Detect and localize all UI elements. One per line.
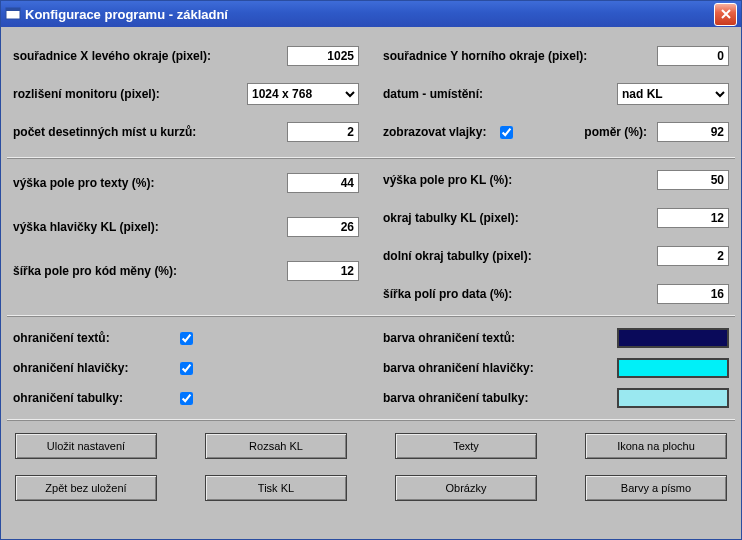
section-basic: souřadnice X levého okraje (pixel): rozl… <box>7 31 735 158</box>
border-texts-checkbox[interactable] <box>180 332 193 345</box>
colors-fonts-button[interactable]: Barvy a písmo <box>585 475 727 501</box>
color-header-label: barva ohraničení hlavičky: <box>383 361 617 375</box>
show-flags-checkbox[interactable] <box>500 126 513 139</box>
kl-header-height-input[interactable] <box>287 217 359 237</box>
color-table-swatch[interactable] <box>617 388 729 408</box>
print-button[interactable]: Tisk KL <box>205 475 347 501</box>
images-button[interactable]: Obrázky <box>395 475 537 501</box>
color-texts-label: barva ohraničení textů: <box>383 331 617 345</box>
text-height-label: výška pole pro texty (%): <box>13 176 287 190</box>
app-icon <box>5 6 21 22</box>
kl-table-margin-label: okraj tabulky KL (pixel): <box>383 211 657 225</box>
border-header-checkbox[interactable] <box>180 362 193 375</box>
coord-x-label: souřadnice X levého okraje (pixel): <box>13 49 287 63</box>
color-table-label: barva ohraničení tabulky: <box>383 391 617 405</box>
scope-button[interactable]: Rozsah KL <box>205 433 347 459</box>
window-title: Konfigurace programu - základní <box>25 7 714 22</box>
kl-height-input[interactable] <box>657 170 729 190</box>
show-flags-label: zobrazovat vlajky: <box>383 125 486 139</box>
decimals-label: počet desetinných míst u kurzů: <box>13 125 287 139</box>
border-header-label: ohraničení hlavičky: <box>13 361 180 375</box>
currency-code-width-label: šířka pole pro kód měny (%): <box>13 264 287 278</box>
border-table-checkbox[interactable] <box>180 392 193 405</box>
cancel-button[interactable]: Zpět bez uložení <box>15 475 157 501</box>
texts-button[interactable]: Texty <box>395 433 537 459</box>
color-header-swatch[interactable] <box>617 358 729 378</box>
close-icon <box>721 9 731 19</box>
ratio-input[interactable] <box>657 122 729 142</box>
date-position-label: datum - umístění: <box>383 87 617 101</box>
border-texts-label: ohraničení textů: <box>13 331 180 345</box>
border-table-label: ohraničení tabulky: <box>13 391 180 405</box>
resolution-label: rozlišení monitoru (pixel): <box>13 87 247 101</box>
table-bottom-margin-input[interactable] <box>657 246 729 266</box>
titlebar: Konfigurace programu - základní <box>1 1 741 27</box>
config-window: Konfigurace programu - základní souřadni… <box>0 0 742 540</box>
color-texts-swatch[interactable] <box>617 328 729 348</box>
client-area: souřadnice X levého okraje (pixel): rozl… <box>1 27 741 539</box>
ratio-label: poměr (%): <box>584 125 647 139</box>
section-borders: ohraničení textů: ohraničení hlavičky: o… <box>7 316 735 420</box>
currency-code-width-input[interactable] <box>287 261 359 281</box>
coord-x-input[interactable] <box>287 46 359 66</box>
coord-y-input[interactable] <box>657 46 729 66</box>
button-bar: Uložit nastavení Rozsah KL Texty Ikona n… <box>7 420 735 505</box>
table-bottom-margin-label: dolní okraj tabulky (pixel): <box>383 249 657 263</box>
section-dimensions: výška pole pro texty (%): výška hlavičky… <box>7 158 735 316</box>
coord-y-label: souřadnice Y horního okraje (pixel): <box>383 49 657 63</box>
kl-header-height-label: výška hlavičky KL (pixel): <box>13 220 287 234</box>
resolution-select[interactable]: 1024 x 768 <box>247 83 359 105</box>
data-fields-width-label: šířka polí pro data (%): <box>383 287 657 301</box>
save-button[interactable]: Uložit nastavení <box>15 433 157 459</box>
decimals-input[interactable] <box>287 122 359 142</box>
close-button[interactable] <box>714 3 737 26</box>
kl-table-margin-input[interactable] <box>657 208 729 228</box>
date-position-select[interactable]: nad KL <box>617 83 729 105</box>
text-height-input[interactable] <box>287 173 359 193</box>
svg-rect-1 <box>6 8 20 11</box>
data-fields-width-input[interactable] <box>657 284 729 304</box>
desktop-icon-button[interactable]: Ikona na plochu <box>585 433 727 459</box>
kl-height-label: výška pole pro KL (%): <box>383 173 657 187</box>
